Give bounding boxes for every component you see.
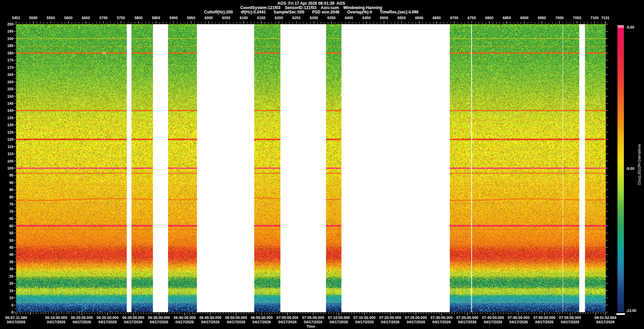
frequency-axis-label: 70 bbox=[9, 209, 13, 214]
record-axis-label: 6900 bbox=[520, 16, 528, 20]
time-axis-label: 06:45:00.00004/17/2026 bbox=[199, 316, 221, 324]
time-axis-title: Time bbox=[0, 324, 622, 328]
record-axis-label: 6600 bbox=[415, 16, 423, 20]
colorbar-title: Amplitude(Log10(g^2/Hz)) bbox=[637, 0, 643, 329]
record-axis-label: 5800 bbox=[135, 16, 143, 20]
time-axis-label: 06:30:00.00004/17/2026 bbox=[122, 316, 144, 324]
frequency-axis-label: 100 bbox=[7, 166, 13, 170]
time-axis-label: 07:20:00.00004/17/2026 bbox=[379, 316, 401, 324]
time-axis-label: 07:05:00.00004/17/2026 bbox=[302, 316, 324, 324]
frequency-axis-label: 80 bbox=[9, 195, 13, 199]
time-axis-label: 07:35:00.00004/17/2026 bbox=[456, 316, 478, 324]
frequency-axis-label: 140 bbox=[7, 108, 13, 112]
frequency-axis-label: 30 bbox=[9, 267, 13, 271]
record-axis-label: 6400 bbox=[345, 16, 353, 20]
frequency-axis-label: 5 bbox=[11, 303, 13, 307]
time-axis-label: 07:10:00.00004/17/2026 bbox=[328, 316, 350, 324]
time-axis-label: 07:40:00.00004/17/2026 bbox=[482, 316, 504, 324]
time-axis-label: 06:15:00.00004/17/2026 bbox=[45, 316, 67, 324]
record-axis-label: 5750 bbox=[117, 16, 125, 20]
time-axis-label: 06:50:00.00004/17/2026 bbox=[225, 316, 247, 324]
frequency-axis-label: 85 bbox=[9, 188, 13, 192]
record-axis-label: 7131 bbox=[601, 16, 609, 20]
frequency-axis-label: 200 bbox=[7, 22, 13, 26]
colorbar-max-label: -5.00 bbox=[626, 25, 634, 29]
time-axis-label: 07:15:00.00004/17/2026 bbox=[354, 316, 375, 324]
frequency-axis-label: 45 bbox=[9, 245, 13, 249]
frequency-axis-label: 185 bbox=[7, 44, 13, 48]
frequency-axis-label: 135 bbox=[7, 116, 13, 120]
time-axis-label: 06:20:00.00004/17/2026 bbox=[71, 316, 93, 324]
record-axis-label: 6650 bbox=[433, 16, 441, 20]
frequency-axis-label: 125 bbox=[7, 130, 13, 134]
record-axis-label: 6050 bbox=[222, 16, 230, 20]
record-axis-label: 6000 bbox=[205, 16, 213, 20]
colorbar-min-label: -13.00 bbox=[626, 309, 636, 313]
time-axis-label: 06:40:00.00004/17/2026 bbox=[174, 316, 196, 324]
frequency-axis-label: 90 bbox=[9, 181, 13, 185]
record-axis-label: 6800 bbox=[485, 16, 493, 20]
frequency-axis-label: 20 bbox=[9, 281, 13, 285]
record-axis-label: 5900 bbox=[169, 16, 177, 20]
time-axis-label: 07:45:00.00004/17/2026 bbox=[508, 316, 530, 324]
frequency-axis-label: 160 bbox=[7, 80, 13, 84]
time-axis-label: 08:01:52.86404/17/2026 bbox=[594, 316, 616, 324]
record-axis-label: 5600 bbox=[64, 16, 72, 20]
frequency-axis-label: 35 bbox=[9, 260, 13, 264]
frequency-axis-label: 0 bbox=[11, 310, 13, 314]
record-axis-label: 6300 bbox=[310, 16, 318, 20]
record-axis-label: 6500 bbox=[380, 16, 388, 20]
time-axis-label: 07:00:00.00004/17/2026 bbox=[276, 316, 298, 324]
frequency-axis: 2001951901851801751701651601551501451401… bbox=[0, 0, 13, 329]
record-axis-label: 7050 bbox=[573, 16, 581, 20]
time-axis-label: 06:55:00.00004/17/2026 bbox=[251, 316, 273, 324]
frequency-axis-label: 55 bbox=[9, 231, 13, 235]
record-axis-label: 6150 bbox=[257, 16, 265, 20]
colorbar-mid-label: -9.00 bbox=[626, 167, 634, 171]
frequency-axis-label: 130 bbox=[7, 123, 13, 127]
frequency-axis-label: 10 bbox=[9, 296, 13, 300]
record-axis-label: 5700 bbox=[99, 16, 107, 20]
time-axis-label: 06:07:11.58404/17/2026 bbox=[5, 316, 27, 324]
frequency-axis-label: 60 bbox=[9, 224, 13, 228]
record-axis-label: 6450 bbox=[363, 16, 371, 20]
frequency-axis-label: 150 bbox=[7, 94, 13, 98]
record-axis-label: 6950 bbox=[538, 16, 546, 20]
record-axis-label: 6250 bbox=[292, 16, 300, 20]
frequency-axis-label: 65 bbox=[9, 217, 13, 221]
aos-spectrogram-screen: AOS Fri 17 Apr 2026 08:01:39 AOS CoordSy… bbox=[0, 0, 644, 329]
record-axis-label: 6550 bbox=[397, 16, 406, 20]
frequency-axis-label: 120 bbox=[7, 137, 13, 141]
time-axis-label: 06:25:00.00004/17/2026 bbox=[97, 316, 118, 324]
frequency-axis-label: 180 bbox=[7, 51, 13, 55]
frequency-axis-label: 95 bbox=[9, 173, 13, 177]
record-axis-label: 6200 bbox=[275, 16, 283, 20]
spectrogram-canvas[interactable] bbox=[0, 0, 644, 329]
frequency-axis-label: 115 bbox=[7, 145, 13, 149]
frequency-axis-label: 40 bbox=[9, 252, 13, 256]
frequency-axis-label: 110 bbox=[7, 152, 13, 156]
record-axis-label: 6700 bbox=[450, 16, 458, 20]
frequency-axis-label: 170 bbox=[7, 65, 13, 69]
record-axis-label: 5650 bbox=[82, 16, 90, 20]
record-axis-label: 6750 bbox=[468, 16, 476, 20]
frequency-axis-label: 25 bbox=[9, 274, 13, 278]
frequency-axis-label: 15 bbox=[9, 289, 13, 293]
time-axis-label: 07:50:00.00004/17/2026 bbox=[533, 316, 555, 324]
frequency-axis-label: 105 bbox=[7, 159, 13, 163]
record-axis-label: 6850 bbox=[503, 16, 511, 20]
time-axis-label: 07:30:00.00004/17/2026 bbox=[431, 316, 452, 324]
frequency-axis-label: 175 bbox=[7, 58, 13, 62]
frequency-axis-label: 190 bbox=[7, 37, 13, 41]
record-axis-label: 7000 bbox=[555, 16, 564, 20]
time-axis: 06:07:11.58404/17/202606:15:00.00004/17/… bbox=[0, 316, 644, 325]
record-axis-label: 6350 bbox=[327, 16, 335, 20]
frequency-axis-label: 195 bbox=[7, 29, 13, 33]
frequency-axis-label: 50 bbox=[9, 238, 13, 242]
record-axis-label: 6100 bbox=[239, 16, 248, 20]
frequency-axis-label: 75 bbox=[9, 202, 13, 206]
record-axis-label: 5500 bbox=[29, 16, 37, 20]
time-axis-label: 07:55:00.00004/17/2026 bbox=[559, 316, 581, 324]
frequency-axis-label: 145 bbox=[7, 101, 13, 105]
frequency-axis-label: 155 bbox=[7, 87, 13, 91]
